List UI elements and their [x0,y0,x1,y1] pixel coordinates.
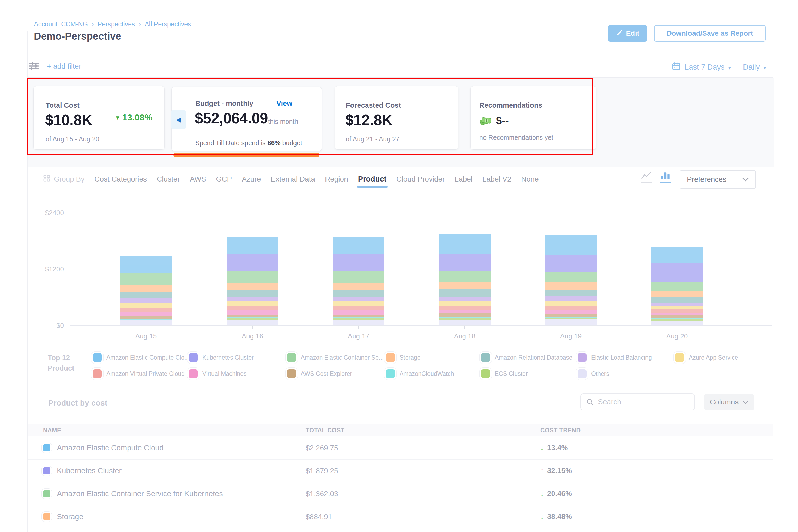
legend-item[interactable]: AWS Cost Explorer [287,369,352,378]
bar-segment[interactable] [651,303,703,306]
group-by-tab-aws[interactable]: AWS [190,175,206,183]
legend-item[interactable]: Kubernetes Cluster [189,353,254,362]
stacked-bar-aug-20[interactable] [651,247,703,326]
bar-segment[interactable] [439,289,491,297]
table-row[interactable]: Kubernetes Cluster$1,879.25↑32.15% [27,459,774,482]
bar-segment[interactable] [120,273,172,285]
group-by-tab-product[interactable]: Product [358,175,387,183]
bar-segment[interactable] [545,282,597,290]
bar-segment[interactable] [227,254,278,271]
column-header-total-cost[interactable]: TOTAL COST [306,427,344,434]
legend-item[interactable]: Amazon Elastic Compute Clo... [93,353,189,362]
bar-segment[interactable] [545,301,597,306]
bar-segment[interactable] [227,315,278,317]
bar-segment[interactable] [545,235,597,255]
bar-segment[interactable] [439,282,491,289]
columns-dropdown[interactable]: Columns [704,394,754,410]
granularity-select[interactable]: Daily [743,63,760,72]
stacked-bar-aug-17[interactable] [333,237,384,325]
bar-segment[interactable] [120,292,172,298]
line-chart-toggle[interactable] [641,171,652,183]
stacked-bar-aug-15[interactable] [120,256,172,325]
bar-segment[interactable] [227,237,278,254]
budget-prev-arrow[interactable]: ◀ [171,110,186,129]
legend-item[interactable]: ECS Cluster [481,369,528,378]
stacked-bar-aug-16[interactable] [227,237,278,325]
preferences-dropdown[interactable]: Preferences [680,170,756,189]
group-by-tab-region[interactable]: Region [325,175,348,183]
group-by-tab-label-v2[interactable]: Label V2 [482,175,511,183]
stacked-bar-aug-18[interactable] [439,234,491,325]
legend-item[interactable]: Amazon Elastic Container Se... [287,353,384,362]
bar-segment[interactable] [439,234,491,254]
bar-segment[interactable] [333,297,384,301]
bar-segment[interactable] [545,255,597,272]
legend-item[interactable]: AmazonCloudWatch [386,369,454,378]
bar-segment[interactable] [120,308,172,312]
bar-segment[interactable] [333,290,384,297]
bar-segment[interactable] [651,315,703,318]
chevron-down-icon[interactable]: ▾ [728,64,731,71]
group-by-tab-cluster[interactable]: Cluster [157,175,180,183]
edit-button[interactable]: Edit [608,25,647,42]
bar-segment[interactable] [545,272,597,282]
table-row[interactable]: Storage$884.91↓38.48% [27,506,774,528]
bar-segment[interactable] [439,306,491,310]
bar-segment[interactable] [651,291,703,297]
bar-segment[interactable] [120,256,172,273]
legend-item[interactable]: Amazon Virtual Private Cloud [93,369,185,378]
bar-segment[interactable] [545,314,597,317]
bar-segment[interactable] [227,301,278,306]
chevron-down-icon[interactable]: ▾ [763,64,766,71]
group-by-tab-external-data[interactable]: External Data [271,175,315,183]
download-save-report-button[interactable]: Download/Save as Report [654,25,766,42]
bar-segment[interactable] [439,254,491,271]
group-by-tab-cost-categories[interactable]: Cost Categories [94,175,147,183]
bar-segment[interactable] [439,314,491,317]
bar-segment[interactable] [439,320,491,325]
bar-segment[interactable] [439,297,491,302]
column-header-cost-trend[interactable]: COST TREND [540,427,581,434]
bar-segment[interactable] [545,306,597,310]
stacked-bar-aug-19[interactable] [545,235,597,325]
table-row[interactable]: Amazon Elastic Container Service for Kub… [27,482,774,506]
bar-segment[interactable] [333,320,384,325]
bar-segment[interactable] [333,306,384,310]
bar-segment[interactable] [651,247,703,263]
bar-segment[interactable] [333,283,384,290]
bar-segment[interactable] [333,301,384,306]
breadcrumb-link[interactable]: Perspectives [97,20,135,28]
bar-segment[interactable] [120,320,172,325]
bar-segment[interactable] [439,301,491,306]
table-row[interactable]: Amazon Elastic Compute Cloud$2,269.75↓13… [27,437,774,459]
legend-item[interactable]: Azure App Service [675,353,738,362]
bar-segment[interactable] [651,321,703,325]
bar-segment[interactable] [651,263,703,282]
bar-segment[interactable] [651,309,703,313]
add-filter-button[interactable]: + add filter [47,62,81,71]
bar-segment[interactable] [227,306,278,310]
bar-segment[interactable] [545,296,597,301]
bar-segment[interactable] [651,297,703,303]
column-header-name[interactable]: NAME [43,427,61,434]
legend-item[interactable]: Virtual Machines [189,369,247,378]
group-by-tab-gcp[interactable]: GCP [216,175,232,183]
legend-item[interactable]: Others [578,369,609,378]
bar-segment[interactable] [545,290,597,296]
bar-segment[interactable] [120,298,172,304]
bar-segment[interactable] [439,310,491,314]
bar-segment[interactable] [545,310,597,314]
bar-segment[interactable] [333,271,384,283]
bar-segment[interactable] [333,254,384,271]
search-input[interactable] [598,398,684,406]
legend-item[interactable]: Elastic Load Balancing [578,353,652,362]
bar-segment[interactable] [333,310,384,315]
bar-segment[interactable] [227,290,278,297]
filter-sliders-icon[interactable] [28,60,40,73]
bar-segment[interactable] [227,297,278,301]
bar-segment[interactable] [439,271,491,282]
bar-segment[interactable] [651,282,703,291]
breadcrumb-link[interactable]: Account: CCM-NG [34,20,88,28]
budget-view-link[interactable]: View [277,100,292,108]
bar-segment[interactable] [333,237,384,254]
